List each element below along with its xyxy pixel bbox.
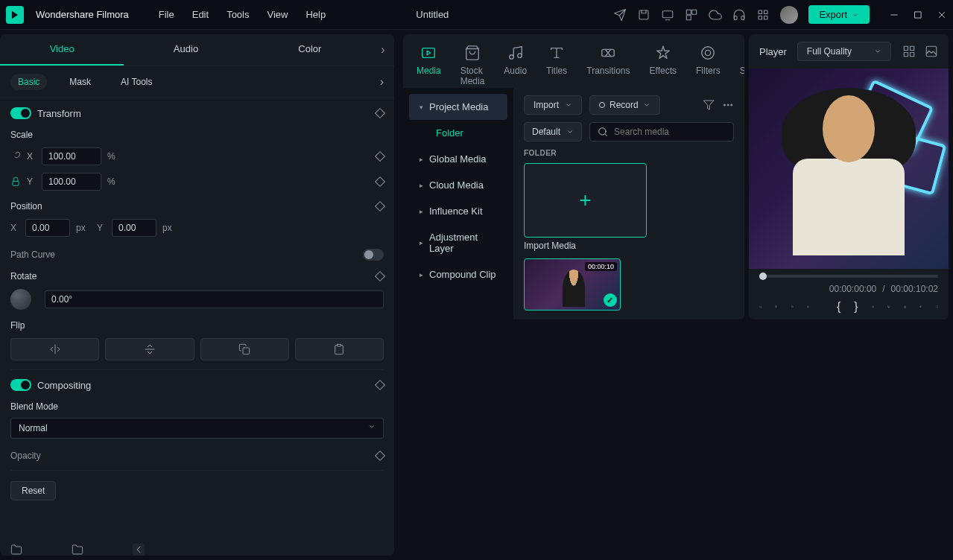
mark-in-icon[interactable]: { <box>837 300 840 314</box>
import-media-label: Import Media <box>524 241 734 251</box>
play-from-start-icon[interactable] <box>775 301 777 313</box>
ratio-icon[interactable] <box>872 301 874 313</box>
tab-titles[interactable]: Titles <box>546 43 567 86</box>
props-tab-color[interactable]: Color <box>248 34 372 66</box>
svg-point-11 <box>509 55 513 60</box>
svg-rect-0 <box>639 10 648 19</box>
props-tab-audio[interactable]: Audio <box>124 34 247 66</box>
mark-out-icon[interactable]: } <box>854 300 858 314</box>
pos-x-input[interactable] <box>25 219 70 237</box>
search-input[interactable] <box>589 122 734 141</box>
filter-icon[interactable] <box>703 99 715 111</box>
scale-x-input[interactable] <box>42 147 101 165</box>
scale-y-input[interactable] <box>42 173 101 191</box>
import-media-tile[interactable]: + <box>524 163 647 238</box>
transform-toggle[interactable] <box>10 107 31 119</box>
subtab-mask[interactable]: Mask <box>62 74 98 90</box>
record-button[interactable]: Record <box>589 95 660 115</box>
close-icon[interactable] <box>937 10 947 20</box>
rotate-input[interactable] <box>45 290 384 308</box>
rotate-keyframe[interactable] <box>375 271 385 281</box>
tab-effects[interactable]: Effects <box>650 43 677 86</box>
position-label: Position <box>10 201 42 211</box>
sort-dropdown[interactable]: Default <box>524 122 582 141</box>
blend-mode-select[interactable]: Normal <box>10 418 384 439</box>
flip-vertical-button[interactable] <box>105 338 194 360</box>
tab-transitions[interactable]: Transitions <box>586 43 630 86</box>
snapshot-icon[interactable] <box>904 301 906 313</box>
quality-dropdown[interactable]: Full Quality <box>797 42 891 61</box>
svg-point-17 <box>727 104 729 106</box>
svg-point-15 <box>706 50 711 55</box>
player-scrubber[interactable] <box>759 275 938 278</box>
subtab-ai-tools[interactable]: AI Tools <box>113 74 159 90</box>
menu-file[interactable]: File <box>159 9 174 20</box>
copy-button[interactable] <box>200 338 289 360</box>
scale-x-keyframe[interactable] <box>375 151 385 162</box>
svg-point-16 <box>724 104 725 106</box>
folder-section-label: FOLDER <box>524 149 734 157</box>
play-icon[interactable] <box>791 301 794 313</box>
player-viewport[interactable] <box>749 69 949 269</box>
tab-stickers[interactable]: Stickers <box>740 43 744 86</box>
prev-frame-icon[interactable] <box>759 301 762 313</box>
sidebar-compound-clip[interactable]: ▸Compound Clip <box>409 261 507 287</box>
scale-y-keyframe[interactable] <box>375 176 385 187</box>
sidebar-global-media[interactable]: ▸Global Media <box>409 146 507 172</box>
compositing-toggle[interactable] <box>10 379 31 391</box>
subtab-basic[interactable]: Basic <box>10 74 47 90</box>
svg-rect-31 <box>338 344 341 346</box>
tab-media[interactable]: Media <box>417 43 441 86</box>
sidebar-influence-kit[interactable]: ▸Influence Kit <box>409 198 507 224</box>
sidebar-adjustment-layer[interactable]: ▸Adjustment Layer <box>409 224 507 261</box>
svg-rect-6 <box>764 10 768 14</box>
menu-edit[interactable]: Edit <box>192 9 209 20</box>
export-button[interactable]: Export <box>808 5 870 24</box>
rotate-knob[interactable] <box>10 289 31 310</box>
grid-view-icon[interactable] <box>902 45 916 58</box>
import-dropdown[interactable]: Import <box>524 95 582 115</box>
flip-horizontal-button[interactable] <box>10 338 99 360</box>
tab-stock-media[interactable]: Stock Media <box>460 43 485 86</box>
svg-rect-8 <box>764 16 768 19</box>
minimize-icon[interactable] <box>889 10 899 20</box>
sidebar-folder[interactable]: Folder <box>409 120 507 146</box>
sidebar-cloud-media[interactable]: ▸Cloud Media <box>409 172 507 198</box>
tab-filters[interactable]: Filters <box>696 43 721 86</box>
props-tabs-more[interactable]: › <box>372 34 394 66</box>
fullscreen-icon[interactable] <box>936 301 938 313</box>
paste-button[interactable] <box>295 338 384 360</box>
more-icon[interactable] <box>722 99 734 111</box>
layout-icon[interactable] <box>685 8 698 22</box>
svg-point-28 <box>905 307 905 308</box>
grid-icon[interactable] <box>756 8 770 22</box>
compositing-keyframe[interactable] <box>375 380 385 390</box>
media-clip-thumbnail[interactable]: 00:00:10 ✓ <box>524 258 621 311</box>
pos-y-input[interactable] <box>112 219 156 237</box>
link-icon[interactable] <box>10 151 21 162</box>
maximize-icon[interactable] <box>913 10 923 20</box>
stop-icon[interactable] <box>807 301 809 313</box>
user-avatar[interactable] <box>780 6 798 24</box>
menu-tools[interactable]: Tools <box>227 9 249 20</box>
monitor-icon[interactable] <box>887 301 890 313</box>
headphones-icon[interactable] <box>732 8 746 22</box>
path-curve-toggle[interactable] <box>363 249 384 261</box>
cloud-icon[interactable] <box>709 8 722 22</box>
send-icon[interactable] <box>613 8 627 22</box>
position-keyframe[interactable] <box>375 201 385 211</box>
image-view-icon[interactable] <box>925 45 938 58</box>
save-icon[interactable] <box>637 8 650 22</box>
transform-keyframe[interactable] <box>375 108 385 118</box>
tab-audio[interactable]: Audio <box>504 43 527 86</box>
display-icon[interactable] <box>661 8 674 22</box>
sidebar-project-media[interactable]: ▾ Project Media <box>409 94 507 120</box>
svg-rect-27 <box>888 306 890 308</box>
opacity-keyframe[interactable] <box>375 451 385 461</box>
props-tab-video[interactable]: Video <box>0 34 124 66</box>
svg-rect-24 <box>926 46 937 57</box>
subtabs-more[interactable]: › <box>380 75 384 89</box>
reset-button[interactable]: Reset <box>10 481 56 500</box>
volume-icon[interactable] <box>919 301 922 313</box>
lock-icon[interactable] <box>10 176 21 187</box>
